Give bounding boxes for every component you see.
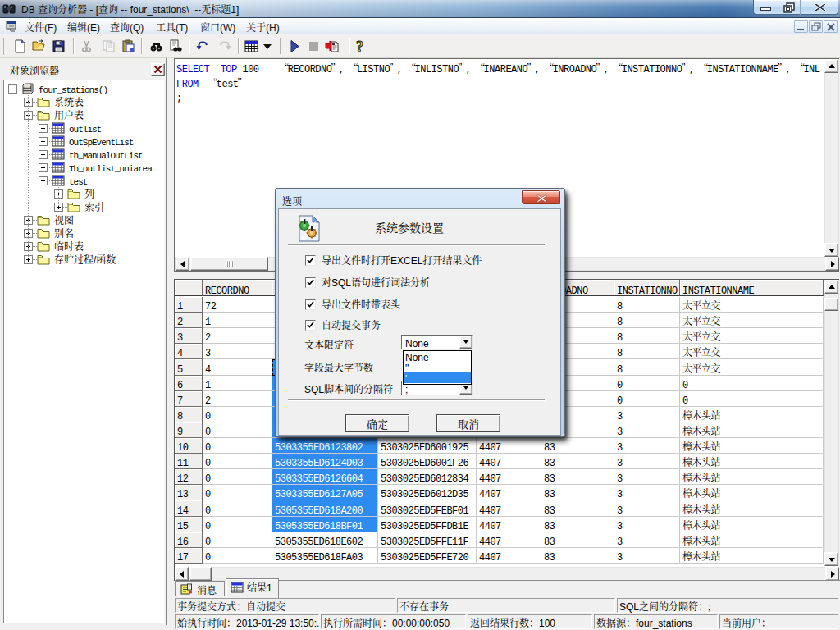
svg-text:?: ? [356,39,363,53]
